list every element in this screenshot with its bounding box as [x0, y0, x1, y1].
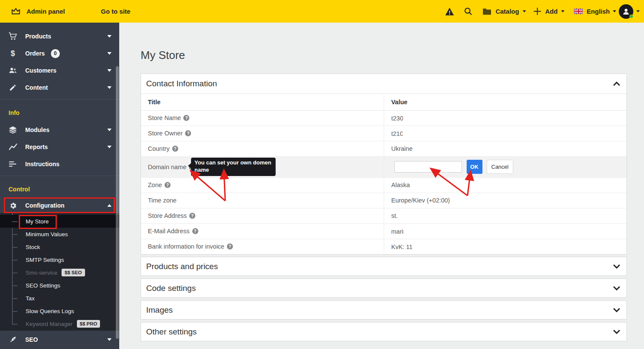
chevron-down-icon — [107, 52, 112, 55]
chevron-down-icon — [107, 69, 112, 72]
help-icon[interactable] — [192, 228, 198, 234]
chevron-down-icon — [561, 10, 565, 12]
chevron-down-icon — [107, 129, 112, 131]
chevron-down-icon — [107, 86, 112, 89]
users-icon — [7, 67, 19, 74]
plus-icon — [533, 7, 541, 15]
column-value: Value — [384, 94, 626, 110]
section-label-control: Control — [0, 179, 119, 198]
sidebar-item-instructions[interactable]: Instructions — [0, 155, 119, 173]
help-icon[interactable] — [227, 243, 233, 249]
catalog-menu[interactable]: Catalog — [482, 8, 526, 15]
page-title: My Store — [141, 49, 185, 62]
annotation-rect-my-store — [19, 215, 57, 229]
expand-icon — [613, 264, 620, 269]
expand-icon — [613, 329, 620, 334]
chevron-down-icon — [107, 35, 112, 38]
chevron-down-icon — [636, 10, 640, 12]
orders-count-badge: 0 — [51, 49, 60, 58]
sidebar-item-seo[interactable]: SEO — [0, 331, 119, 349]
sidebar-divider — [0, 176, 119, 176]
online-status-dot — [629, 15, 633, 18]
section-label-info: Info — [0, 103, 119, 121]
chevron-down-icon — [613, 10, 616, 12]
chart-line-icon — [7, 144, 19, 150]
warning-icon[interactable] — [445, 7, 454, 16]
submenu-item-my-store[interactable]: My Store — [0, 215, 119, 228]
layers-icon — [7, 126, 19, 134]
uk-flag-icon — [574, 9, 583, 14]
submenu-item-minimum-values[interactable]: Minimum Values — [0, 228, 119, 240]
submenu-item-tax[interactable]: Tax — [0, 292, 119, 305]
panel-products-and-prices[interactable]: Products and prices — [141, 257, 627, 276]
help-icon[interactable] — [172, 146, 178, 152]
configuration-submenu: My Store Minimum Values Stock SMTP Setti… — [0, 213, 119, 331]
cancel-button[interactable]: Cancel — [487, 160, 513, 174]
help-icon[interactable] — [165, 182, 171, 188]
sidebar-item-products[interactable]: Products — [0, 28, 119, 45]
domain-name-input[interactable] — [394, 161, 462, 173]
pencil-icon — [7, 84, 19, 91]
sidebar-item-content[interactable]: Content — [0, 79, 119, 96]
help-icon[interactable] — [183, 115, 189, 121]
sidebar: Products $ Orders 0 Customers Content In… — [0, 23, 119, 349]
list-icon — [7, 161, 19, 167]
chevron-down-icon — [523, 10, 526, 12]
column-title: Title — [141, 94, 384, 110]
submenu-item-seo-settings[interactable]: SEO Settings — [0, 279, 119, 292]
crown-icon — [10, 6, 21, 17]
table-row-bank-information: Bank information for invoice KvK: 111 — [141, 239, 626, 254]
user-menu[interactable] — [619, 4, 640, 19]
sidebar-scrollbar[interactable] — [116, 66, 119, 339]
chevron-down-icon — [107, 338, 112, 341]
submenu-item-smtp-settings[interactable]: SMTP Settings — [0, 253, 119, 266]
table-row-store-owner: Store Owner t210 — [141, 126, 626, 141]
help-icon[interactable] — [189, 213, 195, 219]
sidebar-divider — [0, 99, 119, 100]
expand-icon — [613, 308, 620, 312]
pro-badge: $$ PRO — [77, 320, 100, 328]
panel-code-settings[interactable]: Code settings — [141, 279, 627, 298]
help-icon[interactable] — [185, 130, 191, 136]
expand-icon — [613, 286, 620, 290]
table-row-email-address: E-Mail Address marin — [141, 223, 626, 239]
rocket-icon — [7, 336, 19, 343]
seo-badge: $$ SEO — [62, 269, 85, 276]
search-icon[interactable] — [464, 7, 472, 15]
sidebar-item-modules[interactable]: Modules — [0, 121, 119, 138]
contact-information-header[interactable]: Contact Information — [141, 74, 626, 94]
cart-icon — [7, 32, 19, 41]
chevron-down-icon — [107, 146, 112, 148]
main-content: My Store Contact Information Title Value… — [119, 23, 644, 349]
panel-other-settings[interactable]: Other settings — [141, 322, 627, 341]
app-title: Admin panel — [26, 8, 65, 15]
add-menu[interactable]: Add — [533, 7, 565, 15]
sidebar-item-customers[interactable]: Customers — [0, 62, 119, 79]
topbar: Admin panel Go to site Catalog Add — [0, 0, 644, 23]
folder-icon — [482, 8, 491, 15]
table-row-country: Country Ukraine — [141, 141, 626, 156]
ok-button[interactable]: OK — [467, 160, 482, 174]
go-to-site-link[interactable]: Go to site — [101, 8, 130, 15]
language-menu[interactable]: English — [574, 8, 616, 15]
table-row-zone: Zone Alaska — [141, 177, 626, 193]
tooltip: You can set your own domen name — [191, 158, 276, 176]
table-row-store-name: Store Name t230 — [141, 110, 626, 126]
submenu-item-slow-queries-logs[interactable]: Slow Queries Logs — [0, 305, 119, 317]
table-row-time-zone: Time zone Europe/Kiev (+02:00) — [141, 193, 626, 208]
table-row-store-address: Store Address st. — [141, 208, 626, 223]
submenu-item-keyword-manager[interactable]: Keyword Manager$$ PRO — [0, 317, 119, 330]
annotation-rect-configuration — [4, 197, 115, 213]
table-header-row: Title Value — [141, 94, 626, 110]
dollar-icon: $ — [7, 49, 19, 58]
panel-images[interactable]: Images — [141, 300, 627, 320]
submenu-item-sms-service[interactable]: Sms-service$$ SEO — [0, 266, 119, 279]
sidebar-item-reports[interactable]: Reports — [0, 138, 119, 155]
submenu-item-stock[interactable]: Stock — [0, 240, 119, 253]
collapse-icon[interactable] — [613, 82, 620, 86]
sidebar-item-orders[interactable]: $ Orders 0 — [0, 45, 119, 62]
